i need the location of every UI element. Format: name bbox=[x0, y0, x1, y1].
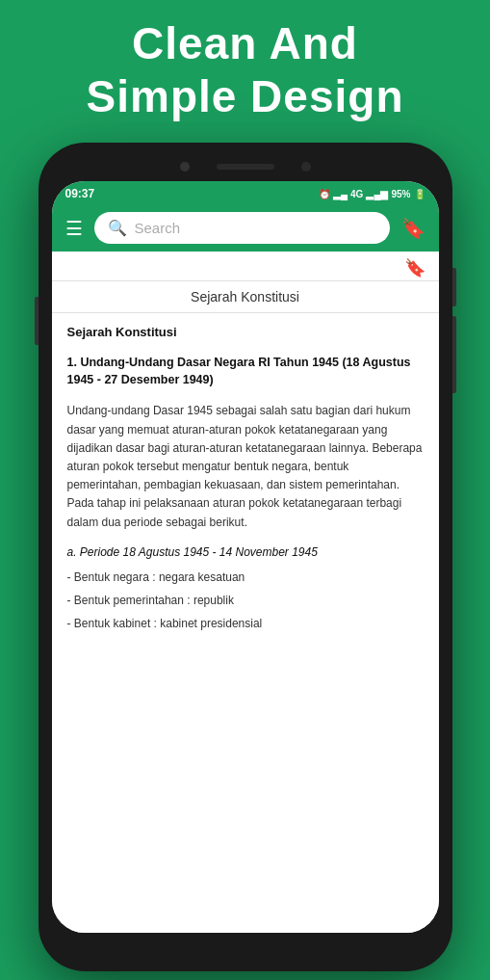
status-icons: ⏰ ▂▄ 4G ▂▄▆ 95% 🔋 bbox=[319, 189, 426, 199]
bullet-3: - Bentuk kabinet : kabinet presidensial bbox=[67, 615, 424, 632]
power-button bbox=[452, 335, 456, 393]
header-line2: Simple Design bbox=[87, 71, 404, 121]
sensor bbox=[301, 162, 311, 172]
menu-icon[interactable]: ☰ bbox=[62, 213, 87, 244]
phone-notch bbox=[168, 160, 322, 173]
bullet-2: - Bentuk pemerintahan : republik bbox=[67, 592, 424, 609]
article-content: Sejarah Konstitusi 1. Undang-Undang Dasa… bbox=[52, 313, 439, 933]
signal-icon: ▂▄ bbox=[333, 189, 348, 199]
article-section-title: 1. Undang-Undang Dasar Negara RI Tahun 1… bbox=[67, 355, 424, 388]
article-body: Undang-undang Dasar 1945 sebagai salah s… bbox=[67, 402, 424, 531]
header-line1: Clean And bbox=[132, 18, 358, 68]
search-icon: 🔍 bbox=[108, 219, 127, 237]
status-time: 09:37 bbox=[65, 187, 95, 200]
volume-up-button bbox=[452, 268, 456, 306]
search-box[interactable]: 🔍 Search bbox=[94, 212, 390, 244]
status-bar: 09:37 ⏰ ▂▄ 4G ▂▄▆ 95% 🔋 bbox=[52, 181, 439, 204]
content-bookmark-icon[interactable]: 🔖 bbox=[404, 257, 426, 278]
signal-bars: ▂▄▆ bbox=[366, 189, 388, 199]
top-bookmark-bar: 🔖 bbox=[52, 252, 439, 281]
phone-mockup: 09:37 ⏰ ▂▄ 4G ▂▄▆ 95% 🔋 ☰ 🔍 Search 🔖 � bbox=[39, 143, 452, 971]
alarm-icon: ⏰ bbox=[319, 189, 330, 199]
header-section: Clean And Simple Design bbox=[58, 0, 433, 133]
app-bar: ☰ 🔍 Search 🔖 bbox=[52, 204, 439, 252]
article-period: a. Periode 18 Agustus 1945 - 14 November… bbox=[67, 545, 424, 559]
speaker bbox=[217, 164, 274, 170]
page-title: Sejarah Konstitusi bbox=[52, 281, 439, 313]
wifi-icon: 4G bbox=[350, 189, 363, 199]
battery-level: 95% bbox=[391, 189, 410, 199]
article-main-title: Sejarah Konstitusi bbox=[67, 325, 424, 339]
content-area: 🔖 Sejarah Konstitusi Sejarah Konstitusi … bbox=[52, 252, 439, 933]
bookmark-icon[interactable]: 🔖 bbox=[398, 213, 429, 244]
front-camera bbox=[180, 162, 190, 172]
bullet-1: - Bentuk negara : negara kesatuan bbox=[67, 569, 424, 586]
phone-screen: 09:37 ⏰ ▂▄ 4G ▂▄▆ 95% 🔋 ☰ 🔍 Search 🔖 � bbox=[52, 181, 439, 933]
left-side-button bbox=[35, 297, 39, 345]
search-placeholder: Search bbox=[135, 220, 181, 236]
battery-icon: 🔋 bbox=[414, 189, 426, 199]
